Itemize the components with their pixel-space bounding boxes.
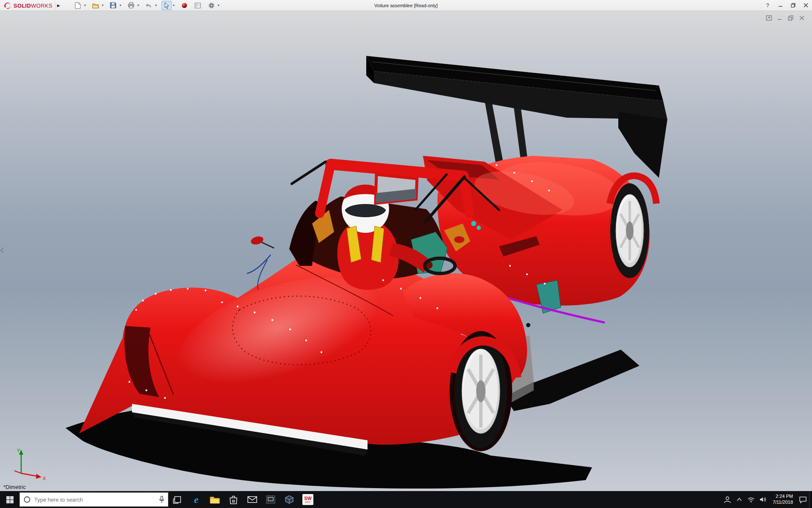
orientation-triad: Y X	[6, 447, 48, 481]
windows-taskbar: e SW 2017	[0, 491, 812, 508]
solidworks-app-label: SW	[304, 496, 312, 501]
mail-button[interactable]	[243, 491, 261, 508]
solidworks-app-year: 2017	[305, 501, 310, 503]
save-floppy-icon	[110, 2, 116, 8]
options-button[interactable]	[206, 1, 217, 10]
red-sphere-icon	[181, 3, 187, 8]
show-desktop-button[interactable]	[809, 491, 811, 508]
appearance-button[interactable]	[179, 1, 189, 10]
save-dropdown[interactable]: ▾	[118, 3, 123, 7]
network-button[interactable]	[746, 491, 757, 508]
solidworks-logo: SOLIDWORKS	[0, 2, 55, 9]
restore-icon	[791, 3, 796, 8]
close-icon	[804, 3, 808, 8]
viewer-app-button[interactable]	[280, 491, 299, 508]
doc-close-button[interactable]	[798, 14, 806, 22]
minimize-icon	[778, 3, 783, 8]
microphone-icon[interactable]	[159, 496, 165, 503]
clock-time: 2:24 PM	[773, 494, 793, 500]
new-document-dropdown[interactable]: ▾	[83, 3, 87, 7]
chevron-up-icon	[736, 497, 742, 502]
maximize-button[interactable]	[787, 0, 799, 11]
car-3d-model[interactable]	[0, 11, 812, 491]
undo-dropdown[interactable]: ▾	[154, 3, 158, 7]
open-dropdown[interactable]: ▾	[101, 3, 105, 7]
gear-icon	[208, 2, 215, 9]
doc-close-icon	[799, 15, 805, 21]
start-button[interactable]	[0, 491, 19, 508]
new-document-icon	[75, 2, 81, 9]
speaker-icon	[759, 496, 767, 503]
chevron-left-icon	[0, 247, 4, 253]
doc-restore-button[interactable]	[787, 14, 795, 22]
windows-logo-icon	[6, 496, 14, 503]
options-dropdown[interactable]: ▾	[217, 3, 221, 7]
print-dropdown[interactable]: ▾	[136, 3, 140, 7]
quick-access-toolbar: ▾ ▾ ▾	[73, 1, 223, 10]
store-button[interactable]	[224, 491, 243, 508]
brand-works: WORKS	[31, 3, 52, 9]
edge-icon: e	[194, 494, 199, 505]
doc-new-window-button[interactable]	[765, 14, 773, 22]
volume-button[interactable]	[757, 491, 768, 508]
snipping-app-button[interactable]	[261, 491, 280, 508]
open-button[interactable]	[91, 1, 101, 10]
tray-expand-button[interactable]	[734, 491, 745, 508]
view-orientation-label: *Dimetric	[3, 484, 26, 490]
people-icon	[723, 496, 732, 503]
new-window-icon	[766, 15, 772, 21]
notification-icon	[799, 496, 807, 503]
file-explorer-button[interactable]	[206, 491, 224, 508]
taskbar-search[interactable]	[19, 492, 168, 507]
menu-expander-button[interactable]: ▶	[55, 1, 62, 10]
app-titlebar: SOLIDWORKS ▶ ▾ ▾	[0, 0, 812, 11]
mail-envelope-icon	[247, 496, 257, 503]
properties-button[interactable]	[193, 1, 203, 10]
graphics-viewport[interactable]: Y X *Dimetric	[0, 11, 812, 491]
people-button[interactable]	[722, 491, 733, 508]
doc-minimize-icon	[777, 15, 783, 21]
cube-icon	[285, 495, 294, 504]
task-view-button[interactable]	[168, 491, 187, 508]
select-cursor-icon	[164, 2, 170, 9]
brand-solid: SOLID	[14, 3, 31, 9]
store-bag-icon	[229, 495, 238, 504]
select-tool-button[interactable]	[162, 1, 172, 10]
action-center-button[interactable]	[797, 491, 808, 508]
cortana-circle-icon	[23, 496, 31, 503]
app-window-icon	[266, 495, 275, 504]
system-tray: 2:24 PM 7/11/2018	[722, 491, 812, 508]
task-view-icon	[173, 495, 182, 504]
rear-wheel[interactable]	[610, 183, 649, 278]
folder-icon	[210, 495, 220, 504]
open-folder-icon	[92, 3, 99, 8]
solidworks-app-icon: SW 2017	[302, 494, 313, 505]
minimize-button[interactable]	[774, 0, 787, 11]
properties-sheet-icon	[195, 3, 201, 8]
help-button[interactable]: ?	[761, 0, 774, 11]
select-tool-dropdown[interactable]: ▾	[172, 3, 176, 7]
printer-icon	[128, 2, 134, 8]
print-button[interactable]	[126, 1, 136, 10]
taskbar-clock[interactable]: 2:24 PM 7/11/2018	[769, 494, 796, 505]
undo-button[interactable]	[144, 1, 154, 10]
solidworks-app-button[interactable]: SW 2017	[299, 491, 317, 508]
clock-date: 7/11/2018	[773, 500, 793, 505]
ds-logo-icon	[3, 2, 12, 9]
search-input[interactable]	[34, 497, 156, 503]
document-window-controls	[765, 14, 806, 22]
triad-y-label: Y	[17, 448, 20, 453]
close-button[interactable]	[799, 0, 812, 11]
doc-minimize-button[interactable]	[776, 14, 784, 22]
new-document-button[interactable]	[73, 1, 83, 10]
featuremanager-pane-toggle[interactable]	[0, 245, 4, 256]
undo-arrow-icon	[145, 3, 152, 8]
doc-restore-icon	[788, 15, 794, 21]
edge-browser-button[interactable]: e	[187, 491, 206, 508]
save-button[interactable]	[108, 1, 118, 10]
network-icon	[747, 497, 755, 502]
triad-x-label: X	[43, 476, 46, 481]
